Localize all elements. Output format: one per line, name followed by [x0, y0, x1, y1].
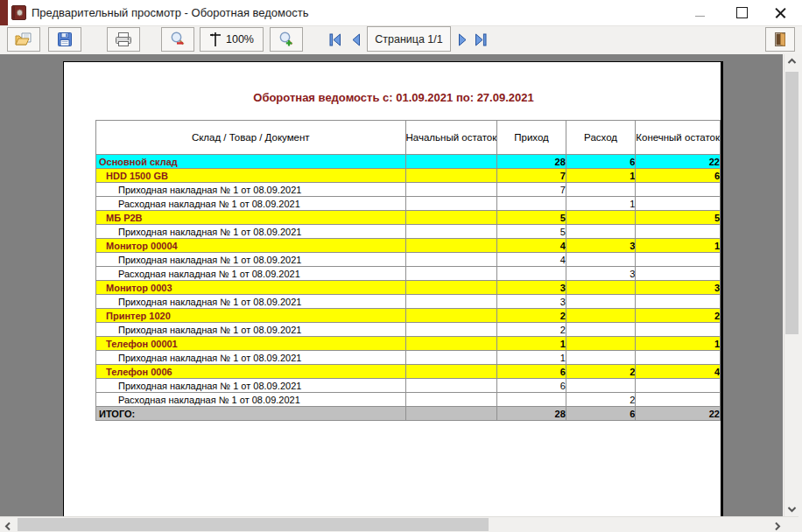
vertical-scrollbar[interactable] — [784, 54, 799, 516]
minimize-icon — [695, 16, 705, 17]
preview-area[interactable]: Оборотная ведомость с: 01.09.2021 по: 27… — [0, 54, 783, 516]
zoom-level-display[interactable]: 100% — [200, 27, 264, 52]
cell-income: 2 — [497, 323, 566, 337]
window-right-edge — [798, 54, 802, 532]
zoom-out-button[interactable] — [161, 27, 194, 52]
zoom-out-icon — [169, 31, 186, 48]
cell-initial — [405, 365, 497, 379]
exit-button[interactable] — [765, 27, 795, 52]
cell-final — [636, 379, 721, 393]
app-book-icon — [11, 5, 26, 20]
cell-label: HDD 1500 GB — [96, 169, 406, 183]
table-row: Монитор 000333 — [96, 281, 721, 295]
vertical-scroll-thumb[interactable] — [785, 72, 798, 334]
cell-label: Телефон 0006 — [96, 365, 406, 379]
print-icon — [114, 31, 133, 48]
cell-final: 22 — [636, 155, 721, 169]
cell-income: 1 — [497, 351, 566, 365]
cell-expense — [566, 379, 635, 393]
zoom-in-button[interactable] — [270, 27, 303, 52]
cell-final: 4 — [636, 365, 721, 379]
cell-income: 5 — [497, 211, 566, 225]
scroll-left-icon[interactable] — [4, 522, 11, 531]
cell-final — [636, 295, 721, 309]
table-row: Телефон 0000111 — [96, 337, 721, 351]
scroll-right-icon[interactable] — [774, 522, 781, 531]
horizontal-scroll-thumb[interactable] — [18, 518, 489, 531]
cell-final — [636, 225, 721, 239]
table-row: МБ Р2В55 — [96, 211, 721, 225]
cell-income: 1 — [497, 337, 566, 351]
cell-label: Основной склад — [96, 155, 406, 169]
table-row: Расходная накладная № 1 от 08.09.20213 — [96, 267, 721, 281]
table-row: ИТОГО:28622 — [96, 407, 721, 421]
table-row: Монитор 00004431 — [96, 239, 721, 253]
cell-expense — [566, 337, 635, 351]
cell-expense: 1 — [566, 169, 635, 183]
table-row: HDD 1500 GB716 — [96, 169, 721, 183]
close-button[interactable] — [767, 3, 793, 23]
cell-expense: 6 — [566, 407, 635, 421]
scroll-up-icon[interactable] — [787, 58, 797, 65]
cell-initial — [405, 351, 497, 365]
cell-income — [497, 393, 566, 407]
report-table: Склад / Товар / Документ Начальный остат… — [95, 120, 721, 421]
page-indicator[interactable]: Страница 1/1 — [367, 26, 451, 52]
horizontal-scrollbar[interactable] — [0, 516, 802, 532]
close-icon — [775, 7, 786, 18]
cell-income: 6 — [497, 365, 566, 379]
cell-initial — [405, 197, 497, 211]
cell-expense — [566, 295, 635, 309]
table-row: Основной склад28622 — [96, 155, 721, 169]
cell-initial — [405, 211, 497, 225]
cell-initial — [405, 253, 497, 267]
page-indicator-label: Страница 1/1 — [375, 33, 443, 46]
table-row: Приходная накладная № 1 от 08.09.20217 — [96, 183, 721, 197]
first-page-icon — [328, 33, 342, 46]
preview-window: Предварительный просмотр - Оборотная вед… — [0, 0, 802, 532]
prev-page-button[interactable] — [347, 27, 364, 52]
cell-initial — [405, 323, 497, 337]
toolbar: 100% Страница 1/1 — [0, 26, 802, 54]
open-button[interactable] — [7, 27, 40, 52]
maximize-button[interactable] — [728, 3, 755, 23]
cell-label: Приходная накладная № 1 от 08.09.2021 — [96, 225, 406, 239]
last-page-button[interactable] — [471, 27, 490, 52]
cell-income: 6 — [497, 379, 566, 393]
last-page-icon — [474, 33, 488, 46]
print-button[interactable] — [107, 27, 140, 52]
title-bar: Предварительный просмотр - Оборотная вед… — [0, 0, 802, 26]
cell-final — [636, 267, 721, 281]
next-page-button[interactable] — [454, 27, 471, 52]
cell-income: 7 — [497, 183, 566, 197]
minimize-button[interactable] — [686, 3, 713, 23]
save-floppy-icon — [56, 31, 74, 48]
cell-label: Приходная накладная № 1 от 08.09.2021 — [96, 253, 406, 267]
cell-income — [497, 197, 566, 211]
next-page-icon — [457, 33, 468, 46]
cell-income: 5 — [497, 225, 566, 239]
save-button[interactable] — [48, 27, 81, 52]
cell-expense — [566, 225, 635, 239]
cell-income: 28 — [497, 407, 566, 421]
cell-income: 3 — [497, 295, 566, 309]
cell-expense — [566, 323, 635, 337]
zoom-level-value: 100% — [226, 33, 254, 46]
cell-income: 2 — [497, 309, 566, 323]
column-header: Расход — [566, 121, 635, 155]
cell-label: Расходная накладная № 1 от 08.09.2021 — [96, 393, 406, 407]
cell-expense — [566, 211, 635, 225]
table-row: Приходная накладная № 1 от 08.09.20212 — [96, 323, 721, 337]
table-row: Приходная накладная № 1 от 08.09.20216 — [96, 379, 721, 393]
prev-page-icon — [350, 33, 362, 46]
scroll-down-icon[interactable] — [787, 506, 797, 513]
first-page-button[interactable] — [326, 27, 345, 52]
cell-final — [636, 323, 721, 337]
table-header-row: Склад / Товар / Документ Начальный остат… — [96, 121, 721, 155]
cell-income: 4 — [497, 253, 566, 267]
cell-final: 2 — [636, 309, 721, 323]
cell-label: Приходная накладная № 1 от 08.09.2021 — [96, 351, 406, 365]
ruler-scale-icon — [209, 32, 222, 47]
cell-label: Приходная накладная № 1 от 08.09.2021 — [96, 183, 406, 197]
cell-expense — [566, 281, 635, 295]
